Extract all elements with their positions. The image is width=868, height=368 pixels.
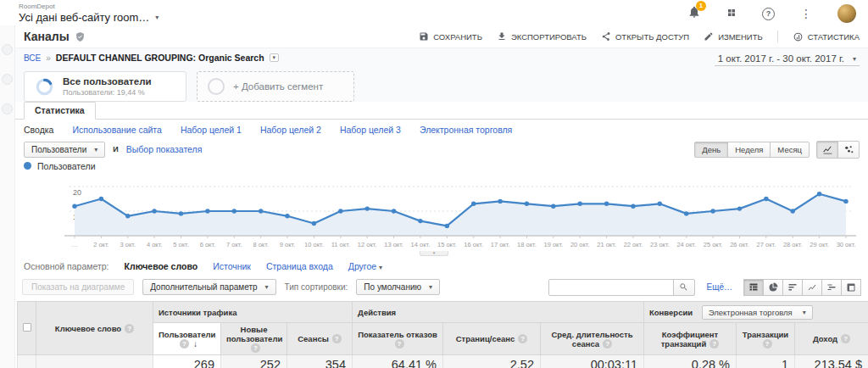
channel-dropdown-button[interactable]: ▾ bbox=[270, 53, 280, 62]
breadcrumb-all-link[interactable]: ВСЕ bbox=[24, 53, 41, 63]
performance-view-button[interactable] bbox=[782, 279, 803, 296]
property-name[interactable]: Усі дані веб-сайту room… bbox=[19, 11, 149, 24]
chart-type-group bbox=[816, 141, 860, 159]
sort-type-select[interactable]: По умолчанию ▾ bbox=[356, 279, 440, 295]
dimension-other[interactable]: Другое ▾ bbox=[348, 261, 382, 271]
term-cloud-view-button[interactable] bbox=[821, 279, 842, 296]
primary-dimension-row: Основной параметр: Ключевое слово Источн… bbox=[0, 258, 868, 274]
subnav-goal-set-1[interactable]: Набор целей 1 bbox=[181, 125, 242, 135]
apps-grid-button[interactable] bbox=[726, 6, 737, 21]
overflow-menu-button[interactable]: ⋮ bbox=[800, 7, 812, 20]
group-header-conversions: Конверсии Электронная торговля ▾ bbox=[644, 302, 868, 323]
help-icon[interactable]: ? bbox=[180, 339, 189, 348]
help-icon[interactable]: ? bbox=[763, 339, 772, 348]
intelligence-button[interactable]: СТАТИСТИКА bbox=[793, 31, 860, 42]
sort-type-label: Тип сортировки: bbox=[285, 282, 348, 292]
line-chart-icon bbox=[822, 144, 833, 155]
totals-transaction-rate: 0,28 %Средний показатель для представлен… bbox=[644, 355, 737, 368]
search-input[interactable] bbox=[548, 279, 674, 296]
segment-card-all-users[interactable]: Все пользователи Пользователи: 19,44 % bbox=[24, 71, 186, 102]
share-icon bbox=[601, 31, 611, 42]
column-header-users[interactable]: Пользователи?↓ bbox=[153, 323, 221, 355]
chevron-down-icon[interactable]: ▾ bbox=[155, 14, 159, 21]
percentage-view-button[interactable] bbox=[763, 279, 783, 296]
totals-pages-per-session: 2,52Средний показатель для представления… bbox=[443, 355, 541, 368]
help-icon[interactable]: ? bbox=[518, 334, 527, 343]
help-icon[interactable]: ? bbox=[125, 324, 134, 333]
help-icon[interactable]: ? bbox=[395, 339, 404, 348]
help-button[interactable]: ? bbox=[762, 8, 775, 20]
segment-subtitle: Пользователи: 19,44 % bbox=[63, 88, 152, 97]
add-segment-button[interactable]: + Добавить сегмент bbox=[197, 71, 354, 102]
chart-legend: Пользователи bbox=[0, 160, 868, 171]
select-metric-link[interactable]: Выбор показателя bbox=[126, 144, 203, 154]
column-header-transactions[interactable]: Транзакции? bbox=[737, 323, 795, 355]
notifications-button[interactable]: 1 bbox=[687, 5, 701, 22]
column-header-keyword[interactable]: Ключевое слово? bbox=[36, 302, 153, 355]
page-title: Каналы bbox=[24, 30, 86, 43]
property-selector[interactable]: RoomDepot Усі дані веб-сайту room… ▾ bbox=[19, 3, 159, 24]
collapsed-nav-rail[interactable] bbox=[0, 25, 15, 368]
help-icon[interactable]: ? bbox=[332, 334, 342, 343]
column-header-revenue[interactable]: Доход? bbox=[795, 323, 868, 355]
totals-bounce-rate: 64,41 %Средний показатель для представле… bbox=[353, 355, 443, 368]
svg-text:15 окт.: 15 окт. bbox=[437, 241, 457, 248]
help-icon[interactable]: ? bbox=[841, 334, 850, 343]
secondary-dimension-select[interactable]: Дополнительный параметр ▾ bbox=[142, 279, 275, 295]
help-icon[interactable]: ? bbox=[251, 343, 260, 353]
column-header-avg-session-duration[interactable]: Сред. длительность сеанса? bbox=[541, 323, 644, 355]
svg-text:20 окт.: 20 окт. bbox=[570, 241, 590, 248]
pivot-icon bbox=[846, 282, 856, 293]
users-trend-chart[interactable]: 1020…2 окт.3 окт.4 окт.5 окт.6 окт.7 окт… bbox=[0, 171, 868, 251]
data-view-button[interactable] bbox=[743, 279, 764, 296]
avatar[interactable] bbox=[837, 4, 856, 23]
keyword-cell bbox=[36, 355, 153, 368]
help-icon[interactable]: ? bbox=[603, 339, 612, 348]
chart-collapse-handle[interactable]: ▾ bbox=[420, 251, 448, 256]
date-range-picker[interactable]: 1 окт. 2017 г. - 30 окт. 2017 г. ▾ bbox=[715, 53, 860, 66]
report-title-bar: Каналы СОХРАНИТЬ ЭКСПОРТИРОВАТЬ ОТКРЫТЬ … bbox=[0, 25, 868, 47]
dimension-landing-page[interactable]: Страница входа bbox=[266, 261, 333, 271]
column-header-bounce-rate[interactable]: Показатель отказов? bbox=[353, 323, 443, 355]
share-button[interactable]: ОТКРЫТЬ ДОСТУП bbox=[601, 31, 689, 42]
search-button[interactable] bbox=[673, 279, 695, 296]
column-header-sessions[interactable]: Сеансы? bbox=[287, 323, 353, 355]
help-icon[interactable]: ? bbox=[709, 339, 719, 348]
pivot-view-button[interactable] bbox=[841, 279, 861, 296]
svg-text:2 окт.: 2 окт. bbox=[93, 241, 108, 248]
svg-text:11 окт.: 11 окт. bbox=[331, 241, 350, 248]
tab-explorer[interactable]: Статистика bbox=[24, 102, 96, 120]
subnav-goal-set-3[interactable]: Набор целей 3 bbox=[340, 125, 401, 135]
date-range-value: 1 окт. 2017 г. - 30 окт. 2017 г. bbox=[718, 53, 844, 64]
granularity-week[interactable]: Неделя bbox=[727, 142, 771, 158]
conversions-type-select[interactable]: Электронная торговля ▾ bbox=[702, 305, 813, 320]
save-button[interactable]: СОХРАНИТЬ bbox=[419, 31, 482, 42]
account-name: RoomDepot bbox=[19, 3, 159, 11]
granularity-day[interactable]: День bbox=[694, 142, 728, 158]
subnav-ecommerce[interactable]: Электронная торговля bbox=[420, 125, 512, 135]
column-header-transaction-rate[interactable]: Коэффициент транзакций? bbox=[644, 323, 737, 355]
dimension-keyword[interactable]: Ключевое слово bbox=[125, 261, 198, 271]
advanced-search-link[interactable]: Ещё… bbox=[707, 282, 732, 292]
motion-chart-view-button[interactable] bbox=[837, 141, 860, 159]
granularity-month[interactable]: Месяц bbox=[770, 142, 810, 158]
subnav-goal-set-2[interactable]: Набор целей 2 bbox=[260, 125, 321, 135]
svg-text:16 окт.: 16 окт. bbox=[464, 241, 483, 248]
column-header-pages-per-session[interactable]: Страниц/сеанс? bbox=[443, 323, 541, 355]
subnav-site-usage[interactable]: Использование сайта bbox=[72, 125, 161, 135]
subnav-summary[interactable]: Сводка bbox=[24, 125, 53, 135]
add-segment-label: + Добавить сегмент bbox=[233, 81, 323, 92]
metric-select-value: Пользователи bbox=[31, 145, 86, 154]
export-button[interactable]: ЭКСПОРТИРОВАТЬ bbox=[497, 31, 587, 42]
select-all-checkbox[interactable] bbox=[23, 323, 31, 332]
column-header-new-users[interactable]: Новые пользователи? bbox=[221, 323, 287, 355]
granularity-group: День Неделя Месяц bbox=[694, 142, 810, 158]
edit-button[interactable]: ИЗМЕНИТЬ bbox=[704, 31, 763, 42]
svg-text:14 окт.: 14 окт. bbox=[411, 241, 431, 248]
svg-text:22 окт.: 22 окт. bbox=[624, 241, 643, 248]
line-chart-view-button[interactable] bbox=[816, 141, 838, 159]
totals-row: 269% от общего количества: 19,44 % (1 38… bbox=[18, 355, 868, 368]
comparison-view-button[interactable] bbox=[802, 279, 822, 296]
dimension-source[interactable]: Источник bbox=[213, 261, 251, 271]
metric-select[interactable]: Пользователи ▾ bbox=[24, 142, 105, 158]
